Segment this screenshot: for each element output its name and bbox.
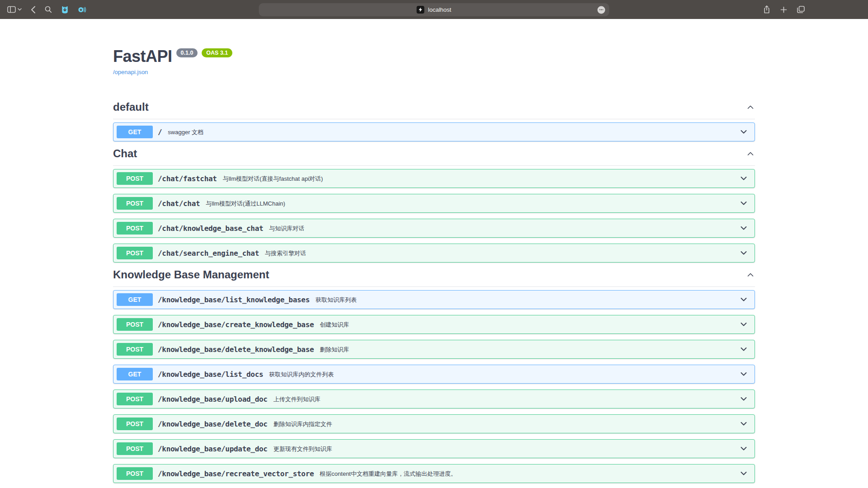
operation-summary: 与llm模型对话(直接与fastchat api对话) [223,174,323,183]
extension-rings-icon [78,6,86,14]
share-button[interactable] [763,5,770,14]
operation-row[interactable]: GET /knowledge_base/list_docs 获取知识库内的文件列… [113,365,755,384]
operation-summary: 与llm模型对话(通过LLMChain) [206,199,285,208]
operation-path: /chat/search_engine_chat [158,249,259,258]
operation-row[interactable]: GET / swagger 文档 [113,122,755,141]
operation-row[interactable]: GET /knowledge_base/list_knowledge_bases… [113,290,755,309]
expand-chevron-down-icon[interactable] [739,224,748,233]
operation-summary: 与搜索引擎对话 [265,249,306,258]
share-icon [763,5,770,14]
tag-title: default [113,101,149,113]
openapi-spec-link[interactable]: /openapi.json [113,69,148,75]
operation-summary: 删除知识库内指定文件 [274,419,332,428]
collapse-chevron-up-icon[interactable] [746,270,755,279]
operation-row[interactable]: POST /knowledge_base/create_knowledge_ba… [113,315,755,334]
expand-chevron-down-icon[interactable] [739,444,748,453]
extension-download-icon [61,5,69,14]
tag-title: Knowledge Base Management [113,268,269,281]
tag-header[interactable]: Chat [113,147,755,166]
expand-chevron-down-icon[interactable] [739,127,748,136]
operation-summary: 删除知识库 [320,345,349,354]
search-button[interactable] [45,6,52,13]
expand-chevron-down-icon[interactable] [739,295,748,304]
operation-summary: 与知识库对话 [269,224,304,233]
operation-row[interactable]: POST /knowledge_base/update_doc 更新现有文件到知… [113,439,755,458]
search-icon [45,6,52,13]
operation-summary: 获取知识库列表 [316,295,357,304]
extension-rings-button[interactable] [78,6,86,14]
tag-header[interactable]: default [113,101,755,119]
back-button[interactable] [31,6,36,14]
method-badge: POST [117,343,153,356]
method-badge: GET [117,126,153,138]
swagger-page: FastAPI 0.1.0 OAS 3.1 /openapi.json defa… [0,19,868,488]
tab-overview-button[interactable] [797,6,805,13]
operation-path: /chat/fastchat [158,174,217,183]
tag-title: Chat [113,147,137,160]
tag-operations: GET /knowledge_base/list_knowledge_bases… [113,287,755,483]
operation-summary: 上传文件到知识库 [274,394,321,404]
more-ellipsis-icon[interactable] [598,6,605,14]
expand-chevron-down-icon[interactable] [739,419,748,428]
operation-summary: 创建知识库 [320,320,349,329]
operation-path: / [158,128,162,136]
address-url-text: localhost [428,6,451,13]
tag-header[interactable]: Knowledge Base Management [113,268,755,287]
tag-section: Knowledge Base Management GET /knowledge… [113,268,755,483]
expand-chevron-down-icon[interactable] [739,174,748,183]
sidebar-icon [7,6,16,13]
back-icon [31,6,36,14]
expand-chevron-down-icon[interactable] [739,249,748,258]
operation-row[interactable]: POST /chat/fastchat 与llm模型对话(直接与fastchat… [113,169,755,188]
address-bar[interactable]: localhost [259,3,609,16]
browser-toolbar: localhost [0,0,868,19]
operation-path: /chat/chat [158,199,200,208]
tag-operations: POST /chat/fastchat 与llm模型对话(直接与fastchat… [113,166,755,263]
page-title: FastAPI [113,48,172,65]
operation-path: /knowledge_base/upload_doc [158,395,268,404]
operation-row[interactable]: POST /knowledge_base/recreate_vector_sto… [113,464,755,483]
new-tab-button[interactable] [780,6,787,13]
expand-chevron-down-icon[interactable] [739,199,748,208]
expand-chevron-down-icon[interactable] [739,394,748,404]
operation-row[interactable]: POST /knowledge_base/upload_doc 上传文件到知识库 [113,389,755,408]
operation-path: /chat/knowledge_base_chat [158,224,263,233]
operation-row[interactable]: POST /chat/chat 与llm模型对话(通过LLMChain) [113,194,755,213]
method-badge: GET [117,368,153,380]
collapse-chevron-up-icon[interactable] [746,103,755,112]
expand-chevron-down-icon[interactable] [739,345,748,354]
operation-path: /knowledge_base/create_knowledge_base [158,320,314,329]
operation-summary: 获取知识库内的文件列表 [269,370,334,379]
api-info: FastAPI 0.1.0 OAS 3.1 /openapi.json [113,48,755,76]
operation-summary: 更新现有文件到知识库 [274,444,332,453]
tag-section: Chat POST /chat/fastchat 与llm模型对话(直接与fas… [113,147,755,263]
operation-path: /knowledge_base/delete_doc [158,420,268,428]
operation-path: /knowledge_base/update_doc [158,445,268,453]
method-badge: POST [117,222,153,235]
tag-section: default GET / swagger 文档 [113,101,755,141]
site-favicon-lightning-icon [417,6,425,14]
method-badge: POST [117,418,153,430]
operation-summary: 根据content中文档重建向量库，流式输出处理进度。 [320,469,457,478]
operation-row[interactable]: POST /chat/knowledge_base_chat 与知识库对话 [113,219,755,238]
expand-chevron-down-icon[interactable] [739,469,748,478]
tab-overview-icon [797,6,805,13]
expand-chevron-down-icon[interactable] [739,320,748,329]
extension-download-button[interactable] [61,5,69,14]
version-badge: 0.1.0 [176,48,198,57]
new-tab-icon [780,6,787,13]
oas-badge: OAS 3.1 [202,48,232,57]
api-sections: default GET / swagger 文档 Chat POST /chat… [113,101,755,483]
operation-row[interactable]: POST /chat/search_engine_chat 与搜索引擎对话 [113,244,755,263]
sidebar-toggle-button[interactable] [7,6,22,13]
operation-path: /knowledge_base/recreate_vector_store [158,469,314,478]
sidebar-dropdown-chevron-icon [18,8,22,11]
operation-row[interactable]: POST /knowledge_base/delete_doc 删除知识库内指定… [113,414,755,433]
method-badge: POST [117,318,153,331]
collapse-chevron-up-icon[interactable] [746,149,755,158]
operation-path: /knowledge_base/list_docs [158,370,263,379]
operation-path: /knowledge_base/delete_knowledge_base [158,345,314,354]
method-badge: POST [117,197,153,210]
operation-row[interactable]: POST /knowledge_base/delete_knowledge_ba… [113,340,755,359]
expand-chevron-down-icon[interactable] [739,370,748,379]
